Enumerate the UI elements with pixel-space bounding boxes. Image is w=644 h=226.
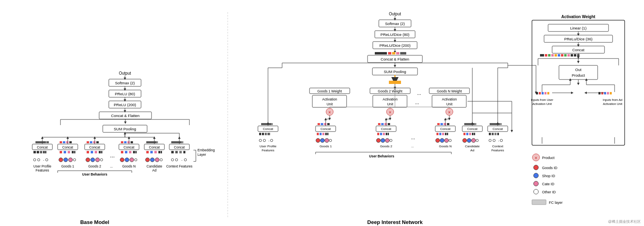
svg-rect-41 bbox=[87, 141, 89, 143]
svg-point-230 bbox=[476, 139, 478, 142]
svg-text:-: - bbox=[498, 139, 499, 142]
base-prelu80: PReLU (80) bbox=[115, 92, 135, 96]
svg-point-313 bbox=[534, 189, 538, 194]
base-output-label: Output bbox=[119, 71, 131, 75]
svg-text:-: - bbox=[181, 158, 183, 162]
svg-rect-77 bbox=[146, 151, 149, 153]
svg-rect-173 bbox=[324, 123, 326, 125]
svg-rect-11 bbox=[35, 141, 46, 143]
svg-rect-296 bbox=[610, 92, 612, 94]
svg-rect-226 bbox=[474, 133, 475, 135]
svg-rect-279 bbox=[574, 54, 576, 56]
svg-rect-172 bbox=[321, 123, 323, 125]
svg-point-96 bbox=[175, 159, 178, 161]
svg-rect-224 bbox=[469, 133, 471, 135]
svg-point-182 bbox=[316, 138, 320, 142]
svg-rect-66 bbox=[129, 151, 131, 153]
din-activation-unit-2: Activation bbox=[383, 97, 398, 101]
svg-rect-171 bbox=[318, 123, 320, 125]
svg-text:Concat: Concat bbox=[320, 127, 331, 131]
svg-rect-269 bbox=[540, 54, 544, 56]
aw-inputs-ad: Inputs from Ad bbox=[603, 98, 622, 102]
svg-point-72 bbox=[135, 159, 137, 161]
svg-point-215 bbox=[440, 138, 444, 142]
diagram-container: Base Model Output Softmax (2) PReLU (80)… bbox=[0, 0, 644, 226]
svg-rect-186 bbox=[378, 123, 380, 125]
svg-rect-295 bbox=[607, 92, 609, 94]
legend-goods-id: Goods ID bbox=[542, 166, 558, 170]
svg-text:Activation Unit: Activation Unit bbox=[603, 102, 623, 106]
svg-rect-60 bbox=[127, 141, 130, 143]
din-concat-flatten: Concat & Flatten bbox=[381, 57, 409, 61]
svg-point-40 bbox=[73, 159, 76, 161]
svg-rect-49 bbox=[95, 151, 97, 153]
base-context-label: Context Features bbox=[166, 164, 192, 168]
svg-rect-223 bbox=[466, 133, 468, 135]
svg-rect-43 bbox=[93, 141, 96, 143]
svg-point-84 bbox=[155, 158, 159, 162]
svg-rect-187 bbox=[381, 123, 384, 125]
svg-rect-64 bbox=[121, 151, 123, 153]
svg-text:Unit: Unit bbox=[387, 102, 393, 106]
svg-rect-88 bbox=[181, 141, 183, 143]
svg-text:×: × bbox=[448, 110, 451, 115]
base-sum-pooling: SUM Pooling bbox=[114, 127, 136, 131]
din-prelu80: PReLU/Dice (80) bbox=[380, 32, 409, 37]
svg-rect-93 bbox=[179, 151, 182, 153]
svg-rect-174 bbox=[327, 123, 330, 125]
svg-point-98 bbox=[184, 159, 187, 161]
svg-rect-68 bbox=[135, 151, 137, 153]
svg-point-37 bbox=[59, 158, 63, 162]
svg-rect-79 bbox=[154, 151, 157, 153]
svg-rect-239 bbox=[497, 133, 499, 135]
aw-out-product: Out bbox=[575, 67, 582, 72]
svg-text:-: - bbox=[268, 139, 270, 142]
din-title: Deep Interest Network bbox=[367, 219, 423, 225]
svg-text:Ad: Ad bbox=[152, 168, 157, 172]
svg-rect-291 bbox=[547, 92, 549, 94]
svg-rect-26 bbox=[60, 141, 62, 143]
svg-rect-218 bbox=[464, 123, 474, 125]
svg-rect-18 bbox=[40, 151, 42, 153]
svg-point-24 bbox=[46, 159, 48, 161]
svg-rect-78 bbox=[150, 151, 153, 153]
svg-point-227 bbox=[463, 138, 467, 142]
svg-rect-119 bbox=[388, 52, 391, 54]
svg-rect-80 bbox=[158, 151, 160, 153]
svg-text:×: × bbox=[535, 156, 537, 160]
svg-rect-213 bbox=[447, 133, 448, 135]
svg-text:Unit: Unit bbox=[326, 102, 333, 106]
svg-point-82 bbox=[145, 158, 150, 162]
svg-text:Features: Features bbox=[35, 168, 49, 172]
base-user-profile-label: User Profile bbox=[33, 164, 52, 168]
svg-rect-177 bbox=[317, 133, 319, 135]
din-goods1: Goods 1 bbox=[320, 144, 332, 148]
svg-point-39 bbox=[69, 158, 73, 162]
svg-rect-205 bbox=[444, 123, 446, 125]
svg-rect-193 bbox=[380, 133, 382, 135]
svg-text:×: × bbox=[328, 110, 331, 115]
base-prelu200: PReLU (200) bbox=[114, 103, 136, 107]
din-goods2-weight: Goods 2 Weight bbox=[378, 89, 403, 93]
svg-rect-67 bbox=[133, 151, 135, 153]
svg-rect-27 bbox=[63, 141, 65, 143]
svg-rect-87 bbox=[171, 141, 181, 143]
svg-rect-48 bbox=[91, 151, 93, 153]
svg-point-52 bbox=[86, 158, 90, 162]
svg-rect-233 bbox=[500, 123, 502, 125]
svg-point-85 bbox=[160, 159, 162, 161]
svg-rect-118 bbox=[375, 52, 387, 54]
svg-rect-194 bbox=[383, 133, 385, 135]
svg-text:...: ... bbox=[415, 100, 419, 105]
svg-rect-274 bbox=[558, 54, 560, 56]
legend-shop-id: Shop ID bbox=[542, 174, 555, 178]
svg-rect-273 bbox=[555, 54, 557, 56]
svg-rect-288 bbox=[539, 92, 541, 94]
svg-rect-189 bbox=[388, 123, 390, 125]
legend-fc-layer: FC layer bbox=[549, 201, 563, 205]
svg-point-95 bbox=[171, 159, 174, 161]
svg-rect-120 bbox=[392, 52, 395, 54]
aw-linear: Linear (1) bbox=[570, 26, 587, 30]
din-context-features: Context bbox=[492, 144, 503, 148]
base-model-title: Base Model bbox=[80, 219, 109, 225]
